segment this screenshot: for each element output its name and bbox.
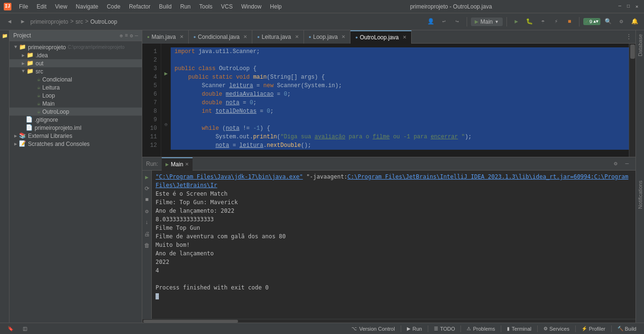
breadcrumb-src[interactable]: src bbox=[75, 18, 83, 25]
menu-build[interactable]: Build bbox=[155, 2, 175, 11]
breadcrumb-project[interactable]: primeiroprojeto bbox=[30, 18, 68, 25]
menu-edit[interactable]: Edit bbox=[33, 2, 50, 11]
bottom-tab-main[interactable]: ▶ Main ✕ bbox=[162, 157, 193, 171]
tab-outro-close[interactable]: ✕ bbox=[403, 35, 406, 40]
undo-button[interactable]: ↩ bbox=[438, 16, 450, 27]
tabs-more-button[interactable]: ⋮ bbox=[622, 33, 635, 40]
status-run[interactable]: ▶ Run bbox=[403, 323, 426, 334]
tree-loop[interactable]: ☕ Loop bbox=[9, 91, 142, 99]
console-scrollbar[interactable] bbox=[142, 319, 635, 323]
menu-navigate[interactable]: Navigate bbox=[72, 2, 102, 11]
status-services[interactable]: ⚙ Services bbox=[540, 323, 573, 334]
tree-root[interactable]: ▼ 📁 primeiroprojeto C:\program\primeirop… bbox=[9, 43, 142, 51]
status-problems[interactable]: ⚠ Problems bbox=[463, 323, 498, 334]
minimize-button[interactable]: ─ bbox=[616, 3, 623, 10]
run-config-selector[interactable]: ▶ Main ▼ bbox=[471, 18, 503, 26]
status-profiler[interactable]: ⚡ Profiler bbox=[578, 323, 609, 334]
project-add-icon[interactable]: ⊕ bbox=[120, 33, 123, 39]
menu-run[interactable]: Run bbox=[176, 2, 194, 11]
tree-src[interactable]: ▼ 📁 src bbox=[9, 67, 142, 75]
code-line-12: nota = leitura.nextDouble(); bbox=[171, 141, 629, 150]
project-toggle-icon[interactable]: 📁 bbox=[1, 32, 9, 40]
tree-gitignore[interactable]: 📄 .gitignore bbox=[9, 116, 142, 124]
menu-tools[interactable]: Tools bbox=[195, 2, 216, 11]
run-output-line-12: Process finished with exit code 0 bbox=[156, 283, 632, 292]
tab-loop-close[interactable]: ✕ bbox=[341, 34, 345, 39]
tab-main-close[interactable]: ✕ bbox=[180, 34, 184, 39]
gutter-4[interactable]: ▶ bbox=[161, 69, 171, 78]
menu-file[interactable]: File bbox=[15, 2, 32, 11]
profile-button[interactable]: ⚡ bbox=[551, 16, 562, 27]
rerun-button[interactable]: ⟳ bbox=[142, 184, 152, 193]
status-bookmarks[interactable]: 🔖 bbox=[4, 323, 17, 334]
tree-idea[interactable]: ▶ 📁 .idea bbox=[9, 51, 142, 59]
line-num-10: 10 bbox=[142, 124, 161, 133]
debug-button[interactable]: 🐛 bbox=[524, 16, 535, 27]
check-badge[interactable]: ✓ 9 ▲▼ bbox=[583, 18, 600, 25]
tab-main-java[interactable]: ● Main.java ✕ bbox=[142, 30, 189, 44]
project-collapse-icon[interactable]: ≡ bbox=[125, 33, 128, 39]
tree-iml[interactable]: 📄 primeiroprojeto.iml bbox=[9, 124, 142, 132]
breadcrumb-file[interactable]: OutroLoop bbox=[90, 18, 117, 25]
tree-leitura[interactable]: ☕ Leitura bbox=[9, 83, 142, 91]
menu-vcs[interactable]: VCS bbox=[217, 2, 237, 11]
tab-leitura-java[interactable]: ● Leitura.java ✕ bbox=[252, 30, 304, 44]
clear-button[interactable]: 🗑 bbox=[142, 241, 152, 250]
bottom-close-button[interactable]: — bbox=[622, 159, 632, 169]
stop-button[interactable]: ■ bbox=[564, 16, 575, 27]
tree-scratches[interactable]: ▶ 📝 Scratches and Consoles bbox=[9, 140, 142, 148]
status-terminal[interactable]: ▮ Terminal bbox=[503, 323, 535, 334]
print-button[interactable]: 🖨 bbox=[142, 229, 152, 239]
settings-button[interactable]: ⚙ bbox=[616, 16, 627, 27]
run-again-button[interactable]: ▶ bbox=[142, 172, 152, 182]
status-version-control[interactable]: ⌥ Version Control bbox=[348, 323, 398, 334]
toolbar-forward-button[interactable]: ▶ bbox=[17, 16, 28, 27]
status-structure[interactable]: ◫ bbox=[19, 323, 31, 334]
filter-button[interactable]: ⚙ bbox=[142, 207, 152, 216]
tab-loop-java[interactable]: ● Loop.java ✕ bbox=[304, 30, 350, 44]
close-button[interactable]: ✕ bbox=[634, 3, 640, 10]
database-label[interactable]: Database bbox=[637, 30, 643, 60]
console-output: "C:\Program Files\Java\jdk-17\bin\java.e… bbox=[152, 171, 635, 319]
tree-ext-libs[interactable]: ▶ 📚 External Libraries bbox=[9, 132, 142, 140]
editor-scrollbar[interactable] bbox=[629, 44, 635, 157]
bottom-settings-button[interactable]: ⚙ bbox=[611, 159, 620, 169]
run-button[interactable]: ▶ bbox=[511, 16, 522, 27]
run-tab-close[interactable]: ✕ bbox=[185, 162, 189, 167]
status-todo[interactable]: ☰ TODO bbox=[430, 323, 459, 334]
gutter-10[interactable]: ⊖ bbox=[161, 120, 171, 129]
tree-out[interactable]: ▶ 📁 out bbox=[9, 59, 142, 67]
tab-condicional-java[interactable]: ● Condicional.java ✕ bbox=[189, 30, 253, 44]
menu-refactor[interactable]: Refactor bbox=[125, 2, 154, 11]
tree-condicional[interactable]: ☕ Condicional bbox=[9, 75, 142, 83]
tab-outroloop-java[interactable]: ● OutroLoop.java ✕ bbox=[350, 30, 412, 44]
maximize-button[interactable]: □ bbox=[625, 3, 632, 10]
menu-view[interactable]: View bbox=[51, 2, 71, 11]
user-icon[interactable]: 👤 bbox=[425, 16, 436, 27]
tree-main[interactable]: ☕ Main bbox=[9, 99, 142, 108]
editor-scrollbar-thumb[interactable] bbox=[630, 45, 635, 59]
scroll-end-button[interactable]: ↓ bbox=[142, 218, 152, 227]
status-build[interactable]: 🔨 Build bbox=[614, 323, 640, 334]
menu-code[interactable]: Code bbox=[103, 2, 124, 11]
tab-leit-close[interactable]: ✕ bbox=[295, 34, 299, 39]
tree-outrloop[interactable]: ☕ OutroLoop bbox=[9, 108, 142, 116]
run-agent-link[interactable]: C:\Program Files\JetBrains\IntelliJ IDEA… bbox=[348, 173, 594, 180]
code-area[interactable]: import java.util.Scanner; public class O… bbox=[171, 44, 629, 157]
run-cmd-link[interactable]: "C:\Program Files\Java\jdk-17\bin\java.e… bbox=[156, 173, 303, 180]
redo-button[interactable]: ↪ bbox=[451, 16, 463, 27]
toolbar-back-button[interactable]: ◀ bbox=[4, 16, 15, 27]
menu-window[interactable]: Window bbox=[238, 2, 266, 11]
editor-content[interactable]: 1 2 3 4 5 6 7 8 9 10 11 12 bbox=[142, 44, 629, 157]
notifications-label[interactable]: Notifications bbox=[637, 177, 643, 213]
coverage-button[interactable]: ☂ bbox=[537, 16, 549, 27]
search-button[interactable]: 🔍 bbox=[602, 16, 614, 27]
project-more-icon[interactable]: — bbox=[135, 33, 138, 39]
app-logo: IJ bbox=[4, 3, 11, 10]
notifications-button[interactable]: 🔔 bbox=[629, 16, 640, 27]
menu-help[interactable]: Help bbox=[266, 2, 285, 11]
tab-cond-close[interactable]: ✕ bbox=[243, 34, 247, 39]
status-services-label: Services bbox=[550, 326, 570, 332]
project-settings-icon[interactable]: ⚙ bbox=[130, 33, 133, 39]
stop-run-button[interactable]: ■ bbox=[142, 195, 152, 205]
